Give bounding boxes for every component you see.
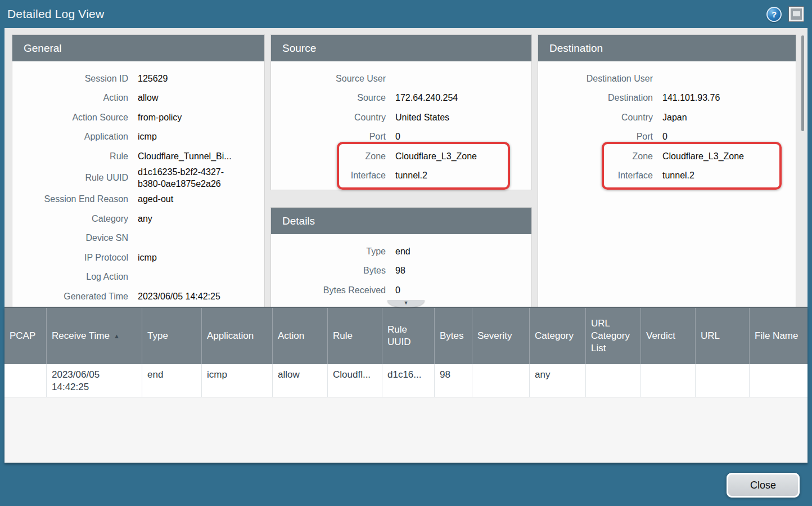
collapse-handle[interactable]: ▼ xyxy=(387,300,425,307)
cell-rule-uuid: d1c16... xyxy=(382,364,435,397)
column-header-rule[interactable]: Rule xyxy=(328,308,382,364)
cell-application: icmp xyxy=(202,364,273,397)
field-label: Rule xyxy=(12,150,128,162)
field-value: Japan xyxy=(662,111,687,123)
field-row: Action allow xyxy=(12,88,264,108)
field-value: United States xyxy=(395,111,449,123)
cell-rule: Cloudfl... xyxy=(328,364,382,397)
field-value: d1c16235-b2f2-4327-b380-0ae1875e2a26 xyxy=(138,166,237,190)
cell-url xyxy=(696,364,750,397)
field-value: 172.64.240.254 xyxy=(395,92,458,104)
field-row: Generated Time 2023/06/05 14:42:25 xyxy=(12,286,264,306)
field-label: Country xyxy=(538,111,653,123)
field-value: icmp xyxy=(138,252,157,263)
cell-verdict xyxy=(641,364,696,397)
log-table-panel: ▼ PCAP Receive Time▲ Type Application Ac… xyxy=(4,307,808,463)
field-row: Category any xyxy=(12,209,264,229)
cell-receive-time: 2023/06/05 14:42:25 xyxy=(47,364,142,397)
field-row: IP Protocol icmp xyxy=(12,248,264,267)
field-value: 141.101.93.76 xyxy=(662,92,720,104)
field-label: Rule UUID xyxy=(12,172,128,183)
panel-general: General Session ID 125629 Action allow A… xyxy=(12,35,264,307)
field-row: Type end xyxy=(271,241,531,261)
cell-file-name xyxy=(750,364,808,397)
field-row: Source 172.64.240.254 xyxy=(271,88,531,108)
field-value: 0 xyxy=(662,131,667,142)
field-value: allow xyxy=(138,92,158,104)
field-row: Session ID 125629 xyxy=(12,69,264,88)
panel-destination-title: Destination xyxy=(538,35,796,61)
column-header-action[interactable]: Action xyxy=(273,308,328,364)
chevron-down-icon: ▼ xyxy=(404,300,409,306)
column-header-severity[interactable]: Severity xyxy=(472,308,530,364)
column-header-receive-time[interactable]: Receive Time▲ xyxy=(47,308,142,364)
field-label: Bytes xyxy=(271,265,386,276)
field-row: Device SN xyxy=(12,229,264,248)
close-button[interactable]: Close xyxy=(727,473,800,498)
field-value: end xyxy=(395,245,410,257)
window-restore-icon[interactable] xyxy=(789,7,804,21)
column-header-type[interactable]: Type xyxy=(142,308,202,364)
field-label: Session ID xyxy=(12,73,128,84)
field-row: Interface tunnel.2 xyxy=(538,166,796,186)
field-value: 0 xyxy=(395,131,400,142)
cell-severity xyxy=(472,364,530,397)
field-label: Interface xyxy=(271,169,386,181)
field-label: Port xyxy=(538,131,653,142)
column-header-url[interactable]: URL xyxy=(696,308,750,364)
field-value: tunnel.2 xyxy=(395,169,427,181)
field-label: Source User xyxy=(271,73,386,84)
field-label: Zone xyxy=(271,150,386,162)
field-value: 125629 xyxy=(138,73,168,84)
window-pane-glyph xyxy=(793,11,800,16)
field-row: Port 0 xyxy=(271,127,531,147)
table-header-row: PCAP Receive Time▲ Type Application Acti… xyxy=(4,308,808,364)
field-label: Port xyxy=(271,131,386,142)
field-label: Type xyxy=(271,245,386,257)
field-row: Interface tunnel.2 xyxy=(271,166,531,186)
field-value: from-policy xyxy=(138,111,182,123)
panel-source-title: Source xyxy=(271,35,531,61)
field-value: 0 xyxy=(395,284,400,296)
field-value: Cloudflare_L3_Zone xyxy=(395,150,477,162)
cell-bytes: 98 xyxy=(435,364,472,397)
field-label: Bytes Received xyxy=(271,284,386,296)
field-row: Zone Cloudflare_L3_Zone xyxy=(271,146,531,166)
panel-details: Details Type end Bytes 98 Bytes Received… xyxy=(271,208,531,307)
help-icon[interactable]: ? xyxy=(766,7,782,22)
column-header-url-category-list[interactable]: URL Category List xyxy=(586,308,641,364)
field-label: Source xyxy=(271,92,386,104)
field-row: Zone Cloudflare_L3_Zone xyxy=(538,146,796,166)
panel-details-title: Details xyxy=(271,208,531,234)
column-header-category[interactable]: Category xyxy=(530,308,586,364)
cell-url-category-list xyxy=(586,364,641,397)
panel-source: Source Source User Source 172.64.240.254… xyxy=(271,35,531,190)
column-header-bytes[interactable]: Bytes xyxy=(435,308,472,364)
sort-asc-icon: ▲ xyxy=(114,330,120,342)
column-header-application[interactable]: Application xyxy=(202,308,273,364)
column-header-file-name[interactable]: File Name xyxy=(750,308,808,364)
column-header-rule-uuid[interactable]: Rule UUID xyxy=(382,308,435,364)
field-row: Session End Reason aged-out xyxy=(12,190,264,209)
field-row: Action Source from-policy xyxy=(12,108,264,127)
field-value: 98 xyxy=(395,265,405,276)
field-value: Cloudflare_Tunnel_Bi... xyxy=(138,150,232,162)
field-value: icmp xyxy=(138,131,157,142)
vertical-scrollbar-thumb[interactable] xyxy=(801,35,804,131)
field-label: Interface xyxy=(538,169,653,181)
field-row: Destination 141.101.93.76 xyxy=(538,88,796,108)
table-row[interactable]: 2023/06/05 14:42:25 end icmp allow Cloud… xyxy=(4,364,808,397)
field-label: Category xyxy=(12,213,128,225)
field-value: 2023/06/05 14:42:25 xyxy=(138,290,220,302)
field-label: Zone xyxy=(538,150,653,162)
field-label: Device SN xyxy=(12,232,128,244)
field-label: Application xyxy=(12,131,128,142)
column-header-verdict[interactable]: Verdict xyxy=(641,308,696,364)
field-row: Rule Cloudflare_Tunnel_Bi... xyxy=(12,146,264,166)
field-label: IP Protocol xyxy=(12,252,128,263)
field-row: Port 0 xyxy=(538,127,796,147)
field-label: Action Source xyxy=(12,111,128,123)
field-value: aged-out xyxy=(138,193,173,205)
column-header-pcap[interactable]: PCAP xyxy=(4,308,47,364)
field-label: Generated Time xyxy=(12,290,128,302)
